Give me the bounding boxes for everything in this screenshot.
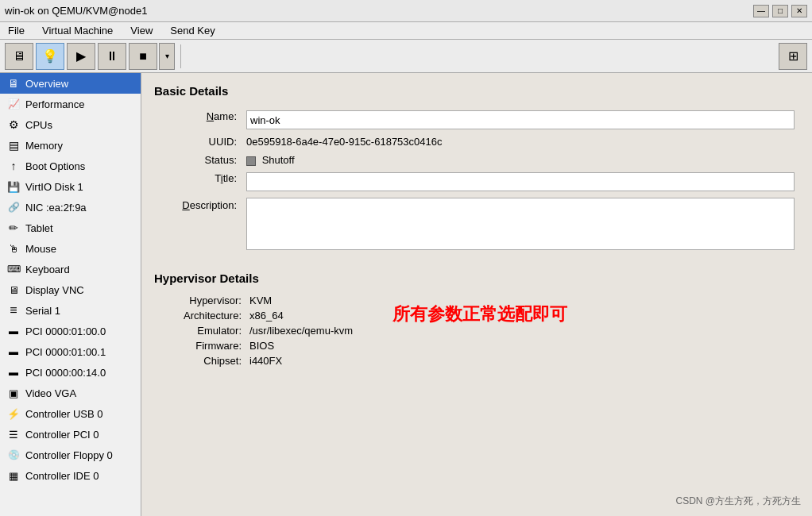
pci2-icon — [6, 365, 21, 379]
maximize-button[interactable]: □ — [772, 5, 788, 17]
hypervisor-label: Hypervisor: — [154, 295, 249, 306]
sidebar-item-controller-usb[interactable]: Controller USB 0 — [0, 403, 141, 424]
sidebar-label-video-vga: Video VGA — [25, 387, 76, 399]
description-value-cell — [242, 194, 799, 256]
toolbar-monitor-button[interactable]: 🖥 — [5, 43, 33, 70]
close-button[interactable]: ✕ — [791, 5, 807, 17]
window-title: win-ok on QEMU/KVM@node1 — [5, 5, 147, 17]
name-row: Name: — [154, 107, 799, 133]
emulator-label: Emulator: — [154, 325, 249, 337]
uuid-label: UUID: — [154, 133, 242, 151]
toolbar-pause-button[interactable]: ⏸ — [98, 43, 126, 70]
sidebar-label-performance: Performance — [25, 98, 84, 110]
toolbar-dropdown-button[interactable]: ▾ — [159, 43, 175, 70]
controller-pci-icon — [6, 427, 21, 441]
sidebar-label-cpus: CPUs — [25, 119, 52, 131]
name-label: Name: — [154, 107, 242, 133]
overview-icon — [6, 76, 21, 90]
sidebar-item-serial-1[interactable]: Serial 1 — [0, 300, 141, 321]
chipset-label: Chipset: — [154, 355, 249, 367]
status-row: Status: Shutoff — [154, 151, 799, 169]
basic-details-table: Name: UUID: 0e595918-6a4e-47e0-915c-6187… — [154, 107, 799, 256]
menu-virtual-machine[interactable]: Virtual Machine — [37, 23, 118, 38]
sidebar-item-memory[interactable]: Memory — [0, 135, 141, 156]
sidebar-label-serial-1: Serial 1 — [25, 305, 60, 317]
sidebar-item-display-vnc[interactable]: Display VNC — [0, 279, 141, 300]
sidebar-item-tablet[interactable]: Tablet — [0, 218, 141, 238]
display-icon — [6, 283, 21, 297]
menu-bar: File Virtual Machine View Send Key — [0, 22, 812, 40]
hypervisor-details-title: Hypervisor Details — [154, 271, 799, 285]
toolbar-play-button[interactable]: ▶ — [67, 43, 95, 70]
toolbar-details-button[interactable]: 💡 — [36, 43, 64, 70]
sidebar-item-nic[interactable]: NIC :ea:2f:9a — [0, 197, 141, 218]
sidebar-item-overview[interactable]: Overview — [0, 73, 141, 94]
sidebar-item-pci-0[interactable]: PCI 0000:01:00.0 — [0, 321, 141, 341]
sidebar-label-pci-1: PCI 0000:01:00.1 — [25, 346, 106, 358]
title-field-label: Title: — [154, 169, 242, 194]
menu-file[interactable]: File — [3, 23, 29, 38]
serial-icon — [6, 303, 21, 318]
sidebar-item-cpus[interactable]: CPUs — [0, 114, 141, 135]
content-panel: Basic Details Name: UUID: 0e595918-6a4e-… — [141, 73, 812, 516]
sidebar-label-controller-floppy: Controller Floppy 0 — [25, 449, 113, 461]
chipset-row: Chipset: i440FX — [154, 355, 799, 367]
sidebar-item-boot-options[interactable]: Boot Options — [0, 156, 141, 176]
disk-icon — [6, 179, 21, 194]
hypervisor-value: KVM — [249, 295, 272, 306]
sidebar-item-pci-1[interactable]: PCI 0000:01:00.1 — [0, 341, 141, 362]
toolbar-stop-button[interactable]: ■ — [129, 43, 157, 70]
status-label: Status: — [154, 151, 242, 169]
architecture-label: Architecture: — [154, 310, 249, 322]
main-area: Overview Performance CPUs Memory Boot Op… — [0, 73, 812, 516]
title-bar: win-ok on QEMU/KVM@node1 — □ ✕ — [0, 0, 812, 22]
usb-icon — [6, 406, 21, 421]
uuid-row: UUID: 0e595918-6a4e-47e0-915c-618753c041… — [154, 133, 799, 151]
sidebar-label-pci-0: PCI 0000:01:00.0 — [25, 325, 106, 337]
boot-icon — [6, 159, 21, 173]
name-input[interactable] — [246, 110, 795, 129]
sidebar-item-performance[interactable]: Performance — [0, 94, 141, 114]
ide-icon — [6, 468, 21, 483]
sidebar-label-controller-usb: Controller USB 0 — [25, 408, 103, 420]
sidebar-label-overview: Overview — [25, 78, 68, 90]
toolbar-screenshot-button[interactable]: ⊞ — [779, 43, 807, 70]
menu-send-key[interactable]: Send Key — [165, 23, 219, 38]
firmware-value: BIOS — [249, 340, 274, 352]
keyboard-icon — [6, 262, 21, 276]
status-value: Shutoff — [242, 151, 799, 169]
minimize-button[interactable]: — — [753, 5, 769, 17]
description-row: Description: — [154, 194, 799, 256]
emulator-row: Emulator: /usr/libexec/qemu-kvm — [154, 325, 799, 337]
status-text: Shutoff — [262, 154, 295, 166]
sidebar-item-keyboard[interactable]: Keyboard — [0, 259, 141, 279]
title-input[interactable] — [246, 172, 795, 191]
sidebar-label-controller-ide: Controller IDE 0 — [25, 470, 99, 482]
sidebar-item-virtio-disk[interactable]: VirtIO Disk 1 — [0, 176, 141, 197]
status-indicator — [246, 156, 256, 166]
name-value-cell — [242, 107, 799, 133]
pci0-icon — [6, 324, 21, 338]
sidebar-label-display-vnc: Display VNC — [25, 284, 84, 296]
tablet-icon — [6, 221, 21, 235]
sidebar-item-controller-floppy[interactable]: Controller Floppy 0 — [0, 445, 141, 465]
architecture-value: x86_64 — [249, 310, 284, 322]
sidebar-item-pci-2[interactable]: PCI 0000:00:14.0 — [0, 362, 141, 383]
sidebar-label-pci-2: PCI 0000:00:14.0 — [25, 367, 106, 379]
sidebar-item-mouse[interactable]: Mouse — [0, 238, 141, 259]
sidebar-item-controller-pci[interactable]: Controller PCI 0 — [0, 424, 141, 445]
mouse-icon — [6, 241, 21, 256]
annotation-text: 所有参数正常选配即可 — [392, 302, 567, 326]
toolbar-separator — [180, 44, 181, 68]
emulator-value: /usr/libexec/qemu-kvm — [249, 325, 353, 337]
sidebar-label-boot: Boot Options — [25, 160, 85, 172]
menu-view[interactable]: View — [126, 23, 157, 38]
sidebar-item-controller-ide[interactable]: Controller IDE 0 — [0, 465, 141, 486]
firmware-row: Firmware: BIOS — [154, 340, 799, 352]
sidebar-label-memory: Memory — [25, 140, 63, 152]
sidebar-item-video-vga[interactable]: Video VGA — [0, 383, 141, 403]
description-textarea[interactable] — [246, 198, 795, 250]
sidebar-label-virtio-disk: VirtIO Disk 1 — [25, 181, 83, 193]
sidebar-label-controller-pci: Controller PCI 0 — [25, 429, 99, 441]
uuid-value: 0e595918-6a4e-47e0-915c-618753c0416c — [242, 133, 799, 151]
